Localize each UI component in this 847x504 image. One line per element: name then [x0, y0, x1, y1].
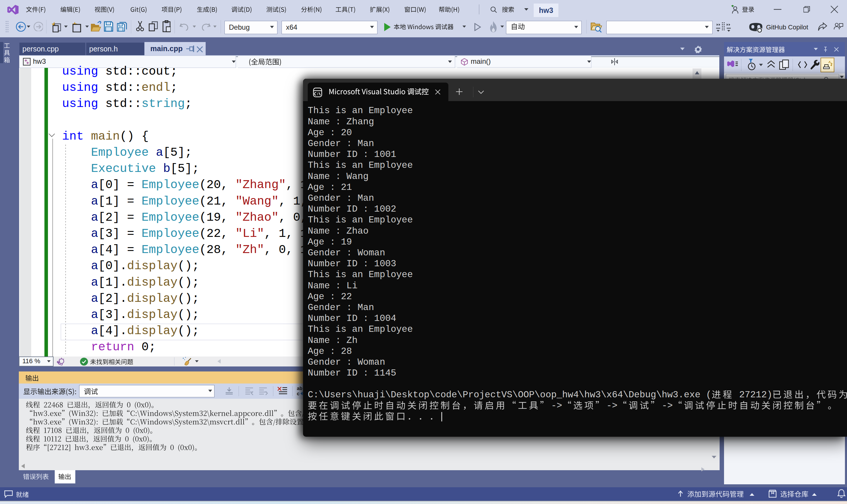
svg-text:c: c — [297, 391, 299, 396]
svg-text:ab: ab — [297, 386, 302, 391]
